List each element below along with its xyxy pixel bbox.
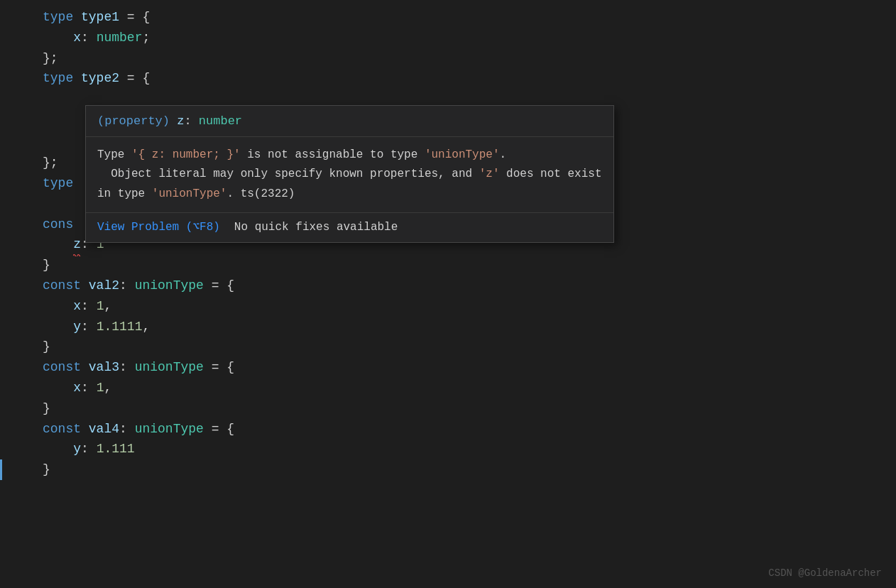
num-1-val2: 1 [97,299,104,313]
line-content-val4: const val4: unionType = { [43,419,882,440]
code-line-val3-close: } [0,398,896,419]
line-content-val3-close: } [43,398,882,419]
type-number: number [97,31,143,45]
error-line-1: Type '{ z: number; }' is not assignable … [97,146,602,165]
num-y-val2: 1.1111 [97,320,143,334]
line-content-3: }; [43,48,882,69]
comma-val2-x: , [104,299,111,313]
op-equals: = { [119,10,150,24]
union-type-val4: unionType [135,422,204,436]
colon-x-val3: : [81,381,97,395]
error-code-4: 'unionType' [152,187,227,200]
code-line-3: }; [0,48,896,69]
prop-colon: : [184,114,198,128]
num-y-val4: 1.111 [97,442,135,456]
line-content-val2-close: } [43,337,882,357]
code-editor: type type1 = { x: number; }; type type2 … [0,0,896,588]
error-text-1a: Type [97,148,131,161]
colon-val3: : [119,360,135,374]
code-line-4: type type2 = { [0,68,896,89]
code-line-1: type type1 = { [0,7,896,28]
no-quick-fixes-label: No quick fixes available [234,219,398,237]
val3-name: val3 [89,360,119,374]
type2-name: type2 [81,71,119,85]
code-line-val3-x: x: 1, [0,378,896,398]
tooltip-property-info: (property) z: number [86,106,613,137]
line-content-4: type type2 = { [43,68,882,89]
colon-y-val2: : [81,320,97,334]
op-equals-2: = { [119,71,150,85]
line-content-val2-x: x: 1, [43,296,882,317]
val2-name: val2 [89,278,119,293]
close-brace-val2: } [43,339,50,354]
colon-val2: : [119,278,135,293]
code-line-val3: const val3: unionType = { [0,357,896,378]
keyword-cons: cons [43,217,73,232]
keyword-type-3: type [43,176,73,190]
close-brace-val3: } [43,401,50,415]
close-brace-val4: } [43,462,50,477]
val4-name: val4 [89,422,119,436]
code-line-closebrace: } [0,255,896,276]
watermark: CSDN @GoldenaArcher [768,565,882,581]
error-tooltip: (property) z: number Type '{ z: number; … [85,105,614,243]
equals-val3: = { [204,360,234,374]
comma-val3-x: , [104,381,111,395]
error-code-2: 'unionType' [425,148,500,161]
code-line-val4-close: } [0,459,896,480]
keyword-const-val3: const [43,360,89,374]
error-text-1b: is not assignable to type [241,148,425,161]
colon-x-val2: : [81,299,97,313]
code-line-2: x: number; [0,28,896,48]
colon: : [81,31,97,45]
line-content-val4-y: y: 1.111 [43,439,882,459]
colon-val4: : [119,422,135,436]
code-line-val2-y: y: 1.1111, [0,317,896,337]
union-type-val2: unionType [135,278,204,293]
code-line-val2-close: } [0,337,896,357]
code-line-val2: const val2: unionType = { [0,276,896,296]
prop-x-val2: x [73,299,81,313]
tooltip-actions: View Problem (⌥F8) No quick fixes availa… [86,213,613,243]
prop-z: z [73,237,81,251]
keyword-type: type [43,10,81,24]
code-line-val4-y: y: 1.111 [0,439,896,459]
error-line-3: in type 'unionType'. ts(2322) [97,185,602,204]
code-line-val2-x: x: 1, [0,296,896,317]
line-content-val3: const val3: unionType = { [43,357,882,378]
line-content-val2-y: y: 1.1111, [43,317,882,337]
colon-y-val4: : [81,442,97,456]
line-content-cb: } [43,255,882,276]
tooltip-error-message: Type '{ z: number; }' is not assignable … [86,137,613,213]
code-line-val4: const val4: unionType = { [0,419,896,440]
line-content-val3-x: x: 1, [43,378,882,398]
equals-val2: = { [204,278,234,293]
error-line-2: Object literal may only specify known pr… [97,165,602,184]
close-brace-1: }; [43,51,58,65]
prop-z-name: z [177,114,184,128]
keyword-type-2: type [43,71,81,85]
line-content-val4-close: } [43,459,882,480]
equals-val4: = { [204,422,234,436]
type1-name: type1 [81,10,119,24]
error-text-1c: . [500,148,507,161]
union-type-val3: unionType [135,360,204,374]
close-brace-2: }; [43,156,58,170]
line-content-2: x: number; [43,28,882,48]
keyword-const-val2: const [43,278,89,293]
prop-keyword: (property) [97,114,177,128]
prop-number-type: number [199,114,242,128]
line-content-1: type type1 = { [43,7,882,28]
prop-x: x [73,31,81,45]
prop-y-val4: y [73,442,81,456]
line-content-val2: const val2: unionType = { [43,276,882,296]
view-problem-button[interactable]: View Problem (⌥F8) [97,219,220,237]
close-brace-val1: } [43,258,50,272]
keyword-const-val4: const [43,422,89,436]
semicolon: ; [142,31,150,45]
num-1-val3: 1 [97,381,104,395]
error-code-1: '{ z: number; }' [131,148,241,161]
prop-z-squiggly: z [73,234,81,255]
error-code-3: 'z' [479,168,500,180]
comma-val2-y: , [142,320,150,334]
